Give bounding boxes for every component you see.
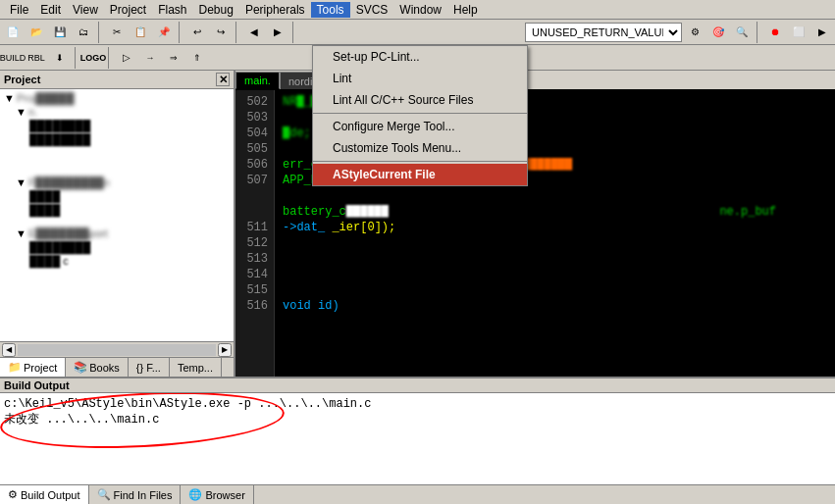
tree-folder2-icon: ▼ xyxy=(16,176,26,188)
books-tab-label: Books xyxy=(89,362,120,374)
menu-debug[interactable]: Debug xyxy=(193,2,239,18)
tree-item-n[interactable]: ▼ n. xyxy=(2,105,232,119)
tree-sub-item2[interactable]: ████████ xyxy=(2,132,232,146)
scroll-right-btn[interactable]: ▶ xyxy=(218,343,232,357)
build-line-2: 未改变 ...\..\..\main.c xyxy=(4,411,831,428)
menu-peripherals[interactable]: Peripherals xyxy=(239,2,311,18)
new-file-btn[interactable]: 📄 xyxy=(2,22,24,43)
scroll-left-btn[interactable]: ◀ xyxy=(2,343,16,357)
sep1 xyxy=(98,22,102,43)
save-btn[interactable]: 💾 xyxy=(49,22,71,43)
menu-view[interactable]: View xyxy=(67,2,104,18)
project-tab-label: Project xyxy=(24,362,57,374)
config-btn[interactable]: ⚙ xyxy=(684,22,705,43)
logo-btn: LOGO xyxy=(82,47,104,69)
cut-btn[interactable]: ✂ xyxy=(106,22,128,43)
sep6 xyxy=(75,47,78,69)
project-tab-icon: 📁 xyxy=(8,361,22,374)
tab-functions[interactable]: {} F... xyxy=(129,358,170,377)
find-files-icon: 🔍 xyxy=(97,488,111,501)
temp-tab-label: Temp... xyxy=(178,362,213,374)
paste-btn[interactable]: 📌 xyxy=(153,22,175,43)
open-btn[interactable]: 📂 xyxy=(26,22,47,43)
tree-folder-icon: ▼ xyxy=(16,106,26,118)
panel-title: Project xyxy=(4,74,40,85)
tree-e-sub1[interactable]: ████████ xyxy=(2,240,232,254)
code-line-empty1 xyxy=(283,188,827,204)
rebuild-btn[interactable]: RBL xyxy=(26,47,47,69)
func-tab-label: {} F... xyxy=(136,362,161,374)
menu-lint-all[interactable]: Lint All C/C++ Source Files xyxy=(313,89,527,111)
tab-books[interactable]: 📚 Books xyxy=(66,358,129,377)
menu-tools[interactable]: Tools xyxy=(311,2,350,18)
config-dropdown[interactable]: UNUSED_RETURN_VALUE xyxy=(525,23,682,42)
target-btn[interactable]: 🎯 xyxy=(707,22,729,43)
menu-sep1 xyxy=(313,113,527,114)
run-btn[interactable]: ▶ xyxy=(811,22,833,43)
build-output-tabs: ⚙ Build Output 🔍 Find In Files 🌐 Browser xyxy=(0,484,835,504)
nav-back-btn[interactable]: ◀ xyxy=(243,22,265,43)
menu-file[interactable]: File xyxy=(4,2,34,18)
search-btn[interactable]: 🔍 xyxy=(731,22,753,43)
code-line-512 xyxy=(283,235,827,251)
find-files-tab-label: Find In Files xyxy=(114,489,173,501)
tree-f-sub1[interactable]: ████ xyxy=(2,189,232,203)
menu-customize-tools[interactable]: Customize Tools Menu... xyxy=(313,137,527,159)
tree-sub-item[interactable]: ████████ xyxy=(2,119,232,132)
tree-f-sub2[interactable]: ████ xyxy=(2,203,232,217)
nav-fwd-btn[interactable]: ▶ xyxy=(267,22,288,43)
stop-btn[interactable]: ⬜ xyxy=(788,22,809,43)
tree-e-sub2[interactable]: ████ c xyxy=(2,254,232,268)
tree-folder-e[interactable]: ▼ E███████port xyxy=(2,227,232,240)
tree-expand-icon: ▼ xyxy=(4,92,15,104)
code-line-511: ->dat_ _ier[0]); xyxy=(283,220,827,235)
menu-setup-lint[interactable]: Set-up PC-Lint... xyxy=(313,46,527,68)
menu-window[interactable]: Window xyxy=(393,2,447,18)
menu-project[interactable]: Project xyxy=(104,2,152,18)
menu-help[interactable]: Help xyxy=(447,2,484,18)
menu-lint[interactable]: Lint xyxy=(313,68,527,89)
step-btn[interactable]: → xyxy=(139,47,161,69)
undo-btn[interactable]: ↩ xyxy=(186,22,208,43)
menu-sep2 xyxy=(313,161,527,162)
build-line-1: c:\Keil_v5\AStyle\bin\AStyle.exe -p ...\… xyxy=(4,397,831,411)
menu-astyle[interactable]: AStyleCurrent File xyxy=(313,164,527,185)
tab-templates[interactable]: Temp... xyxy=(170,358,222,377)
build-tab-browser[interactable]: 🌐 Browser xyxy=(181,485,253,504)
build-tab-output[interactable]: ⚙ Build Output xyxy=(0,485,89,504)
books-tab-icon: 📚 xyxy=(74,361,87,374)
download-btn[interactable]: ⬇ xyxy=(49,47,71,69)
step-out-btn[interactable]: ⇑ xyxy=(186,47,208,69)
build-output-tab-label: Build Output xyxy=(21,489,80,501)
menu-edit[interactable]: Edit xyxy=(34,2,67,18)
panel-close-btn[interactable]: ✕ xyxy=(216,73,230,86)
save-all-btn[interactable]: 🗂 xyxy=(73,22,94,43)
left-panel: Project ✕ ▼ Proj█████ ▼ n. ████████ ████… xyxy=(0,71,235,377)
sep7 xyxy=(108,47,112,69)
build-output-content[interactable]: c:\Keil_v5\AStyle\bin\AStyle.exe -p ...\… xyxy=(0,393,835,484)
tree-project-label: Proj█████ xyxy=(17,92,75,104)
build-output-title: Build Output xyxy=(4,379,70,391)
step-over-btn[interactable]: ⇒ xyxy=(163,47,184,69)
record-btn[interactable]: ⏺ xyxy=(764,22,786,43)
tab-main-c[interactable]: main. xyxy=(235,72,280,89)
sep4 xyxy=(292,22,296,43)
build-btn[interactable]: BUILD xyxy=(2,47,24,69)
tree-e-label: E███████port xyxy=(28,227,108,239)
tab-main-label: main. xyxy=(244,75,271,86)
menu-configure-merge[interactable]: Configure Merge Tool... xyxy=(313,116,527,137)
tree-folder-f[interactable]: ▼ F█████████n xyxy=(2,176,232,189)
copy-btn[interactable]: 📋 xyxy=(130,22,151,43)
build-tab-find[interactable]: 🔍 Find In Files xyxy=(89,485,182,504)
redo-btn[interactable]: ↪ xyxy=(210,22,232,43)
debug-run-btn[interactable]: ▷ xyxy=(116,47,137,69)
project-tree: ▼ Proj█████ ▼ n. ████████ ████████ ▼ F██… xyxy=(0,89,234,341)
tab-project[interactable]: 📁 Project xyxy=(0,358,66,377)
code-line-513 xyxy=(283,251,827,267)
sep3 xyxy=(235,22,239,43)
menu-flash[interactable]: Flash xyxy=(152,2,192,18)
panel-tabs: 📁 Project 📚 Books {} F... Temp... xyxy=(0,357,234,377)
tree-root-project[interactable]: ▼ Proj█████ xyxy=(2,91,232,105)
code-line-514 xyxy=(283,267,827,282)
menu-svcs[interactable]: SVCS xyxy=(350,2,394,18)
